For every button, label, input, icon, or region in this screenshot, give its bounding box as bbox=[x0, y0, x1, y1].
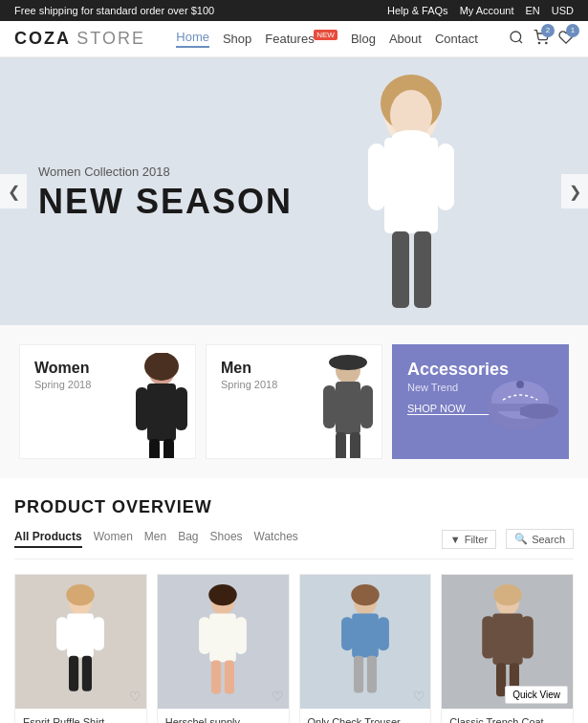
nav-about[interactable]: About bbox=[389, 32, 422, 46]
cart-icon-btn[interactable]: 2 bbox=[534, 30, 549, 49]
svg-point-2 bbox=[538, 42, 539, 43]
tab-women[interactable]: Women bbox=[94, 530, 133, 548]
search-icon-btn[interactable] bbox=[509, 30, 524, 49]
svg-rect-11 bbox=[437, 143, 454, 210]
svg-point-56 bbox=[493, 584, 522, 605]
help-link[interactable]: Help & FAQs bbox=[387, 5, 448, 16]
nav-blog[interactable]: Blog bbox=[351, 32, 376, 46]
svg-rect-54 bbox=[367, 656, 377, 693]
svg-rect-37 bbox=[56, 617, 68, 650]
svg-rect-17 bbox=[136, 387, 148, 430]
product-info-1: Esprit Ruffle Shirt $18.64 bbox=[15, 709, 146, 723]
hero-next-btn[interactable]: ❯ bbox=[561, 174, 588, 208]
categories-section: Women Spring 2018 Men Spring 2018 bbox=[0, 325, 588, 478]
tab-all-products[interactable]: All Products bbox=[14, 530, 82, 548]
svg-rect-20 bbox=[163, 439, 174, 458]
product-name-2: Herschel supply bbox=[165, 716, 281, 723]
wishlist-badge: 1 bbox=[566, 24, 579, 37]
svg-rect-28 bbox=[350, 432, 360, 458]
filter-tabs: All Products Women Men Bag Shoes Watches bbox=[14, 530, 298, 548]
shipping-text: Free shipping for standard order over $1… bbox=[14, 5, 214, 16]
product-name-1: Esprit Ruffle Shirt bbox=[23, 716, 139, 723]
product-3-svg bbox=[332, 584, 399, 699]
svg-point-35 bbox=[67, 584, 96, 605]
svg-rect-36 bbox=[68, 613, 95, 657]
language-selector[interactable]: EN bbox=[525, 5, 539, 16]
wishlist-btn-3[interactable]: ♡ bbox=[413, 689, 425, 704]
tab-bag[interactable]: Bag bbox=[178, 530, 198, 548]
hero-title: NEW SEASON bbox=[38, 185, 293, 219]
nav-home[interactable]: Home bbox=[176, 30, 209, 48]
wishlist-btn-1[interactable]: ♡ bbox=[129, 689, 142, 704]
search-button[interactable]: 🔍 Search bbox=[506, 529, 574, 549]
svg-rect-59 bbox=[520, 616, 533, 658]
svg-line-1 bbox=[519, 40, 522, 43]
svg-point-42 bbox=[208, 584, 237, 605]
svg-rect-27 bbox=[336, 432, 346, 458]
svg-rect-13 bbox=[414, 231, 431, 308]
svg-rect-44 bbox=[199, 617, 210, 654]
wishlist-icon-btn[interactable]: 1 bbox=[558, 30, 574, 49]
tab-watches[interactable]: Watches bbox=[254, 530, 298, 548]
product-section-title: PRODUCT OVERVIEW bbox=[14, 497, 574, 517]
hero-section: ❮ Women Collection 2018 NEW SEASON ❯ bbox=[0, 57, 588, 325]
svg-rect-43 bbox=[209, 613, 236, 662]
product-grid: ♡ Esprit Ruffle Shirt $18.64 ♡ bbox=[14, 574, 574, 723]
logo-coza: COZA bbox=[14, 29, 70, 48]
svg-rect-40 bbox=[82, 656, 92, 691]
header-icons: 2 1 bbox=[509, 30, 574, 49]
product-name-3: Only Check Trouser bbox=[308, 716, 424, 723]
category-women: Women Spring 2018 bbox=[19, 344, 196, 459]
category-men: Men Spring 2018 bbox=[206, 344, 382, 459]
svg-rect-10 bbox=[368, 143, 385, 210]
product-name-4: Classic Trench Coat bbox=[449, 716, 565, 723]
wishlist-btn-2[interactable]: ♡ bbox=[272, 689, 284, 704]
tab-men[interactable]: Men bbox=[144, 530, 166, 548]
svg-point-3 bbox=[546, 42, 547, 43]
category-accessories: Accessories New Trend SHOP NOW bbox=[392, 344, 569, 459]
quick-view-btn-4[interactable]: Quick View bbox=[505, 686, 568, 704]
svg-point-0 bbox=[511, 32, 521, 42]
new-badge: NEW bbox=[314, 30, 338, 40]
hero-person-svg bbox=[316, 57, 507, 325]
product-info-2: Herschel supply $25.31 bbox=[158, 709, 289, 723]
svg-point-9 bbox=[392, 130, 430, 145]
nav-features[interactable]: Features NEW bbox=[265, 32, 338, 46]
svg-rect-52 bbox=[378, 617, 389, 650]
svg-rect-58 bbox=[482, 616, 494, 658]
nav-shop[interactable]: Shop bbox=[223, 32, 251, 46]
product-4-svg bbox=[474, 584, 541, 699]
tab-shoes[interactable]: Shoes bbox=[210, 530, 243, 548]
product-2-svg bbox=[189, 584, 256, 699]
filter-button[interactable]: ▼ Filter bbox=[442, 530, 496, 549]
logo[interactable]: COZA STORE bbox=[14, 29, 145, 49]
filter-icon: ▼ bbox=[450, 534, 461, 545]
header: COZA STORE Home Shop Features NEW Blog A… bbox=[0, 21, 588, 57]
svg-rect-45 bbox=[235, 617, 247, 654]
women-person-svg bbox=[128, 353, 195, 458]
svg-rect-47 bbox=[225, 660, 234, 693]
svg-rect-26 bbox=[360, 385, 373, 428]
svg-rect-38 bbox=[93, 617, 104, 650]
svg-rect-50 bbox=[352, 613, 379, 657]
product-info-3: Only Check Trouser $25.50 bbox=[300, 709, 431, 723]
nav-contact[interactable]: Contact bbox=[435, 32, 478, 46]
product-card-2: ♡ Herschel supply $25.31 bbox=[157, 574, 290, 723]
currency-selector[interactable]: USD bbox=[552, 5, 574, 16]
svg-rect-16 bbox=[147, 383, 176, 441]
svg-rect-23 bbox=[334, 357, 362, 368]
product-image-1: ♡ bbox=[15, 575, 146, 709]
product-image-2: ♡ bbox=[158, 575, 289, 709]
logo-store: STORE bbox=[76, 29, 145, 48]
svg-rect-19 bbox=[149, 439, 160, 458]
filter-actions: ▼ Filter 🔍 Search bbox=[442, 529, 574, 549]
hero-subtitle: Women Collection 2018 bbox=[38, 164, 293, 179]
svg-point-15 bbox=[144, 353, 179, 381]
svg-rect-25 bbox=[323, 385, 336, 428]
product-image-3: ♡ bbox=[300, 575, 431, 709]
filter-bar: All Products Women Men Bag Shoes Watches… bbox=[14, 529, 574, 559]
account-link[interactable]: My Account bbox=[460, 5, 514, 16]
svg-rect-51 bbox=[341, 617, 353, 650]
svg-rect-24 bbox=[336, 382, 360, 434]
svg-rect-53 bbox=[354, 656, 363, 693]
